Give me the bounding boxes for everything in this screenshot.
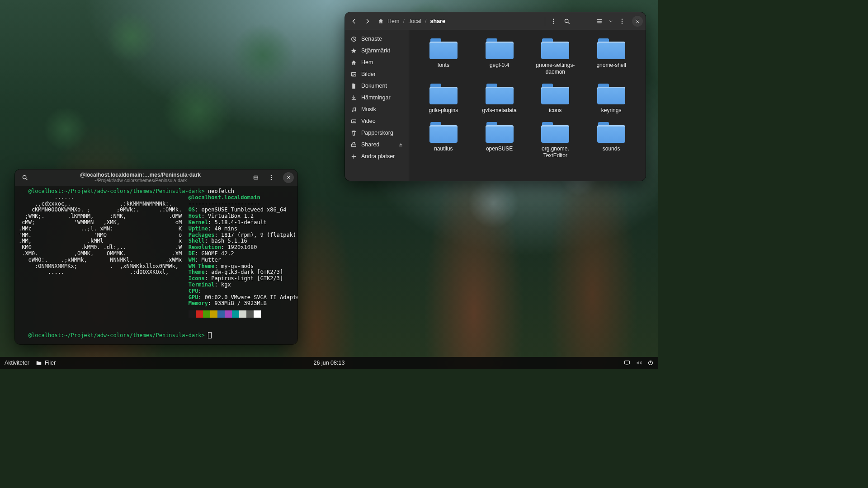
view-list-button[interactable] — [593, 15, 606, 28]
plus-icon — [350, 153, 357, 160]
svg-point-10 — [352, 110, 353, 112]
sidebar-item-hem[interactable]: Hem — [345, 56, 409, 68]
picture-icon — [350, 71, 357, 77]
files-app-icon — [36, 360, 42, 366]
folder-item[interactable]: keyrings — [585, 84, 637, 114]
folder-item[interactable]: sounds — [585, 122, 637, 159]
trash-icon — [350, 130, 357, 136]
svg-point-9 — [352, 73, 353, 74]
svg-point-4 — [622, 19, 623, 19]
folder-icon — [429, 84, 458, 104]
sidebar-item-label: Hämtningar — [361, 94, 391, 101]
video-icon — [350, 118, 357, 124]
folder-label: gnome-settings- daemon — [536, 62, 575, 75]
svg-point-1 — [553, 20, 554, 21]
folder-label: gnome-shell — [596, 62, 626, 69]
sidebar-item-dokument[interactable]: Dokument — [345, 80, 409, 92]
breadcrumb-share[interactable]: share — [429, 17, 447, 25]
terminal-menu-button[interactable] — [265, 171, 278, 184]
screen-icon[interactable] — [624, 360, 630, 366]
sidebar-item-label: Stjärnmärkt — [361, 47, 390, 54]
sidebar-item-label: Musik — [361, 106, 376, 113]
svg-point-0 — [553, 19, 554, 19]
folder-label: grilo-plugins — [429, 107, 458, 114]
svg-point-11 — [354, 110, 356, 111]
sidebar-item-musik[interactable]: Musik — [345, 103, 409, 115]
folder-icon — [486, 84, 514, 104]
sidebar-item-label: Dokument — [361, 83, 387, 89]
clock[interactable]: 26 jun 08:13 — [314, 360, 345, 366]
folder-icon — [486, 122, 514, 143]
folder-item[interactable]: nautilus — [417, 122, 470, 159]
folder-icon — [597, 38, 625, 59]
folder-icon — [541, 84, 569, 104]
sidebar-item-label: Bilder — [361, 71, 376, 77]
nav-forward-button[interactable] — [361, 15, 374, 28]
folder-label: nautilus — [434, 145, 453, 152]
folder-icon — [429, 122, 458, 143]
search-button[interactable] — [561, 15, 573, 28]
sidebar-item-hämtningar[interactable]: Hämtningar — [345, 92, 409, 103]
eject-icon[interactable] — [398, 142, 403, 147]
search-button[interactable] — [19, 171, 31, 184]
sidebar-item-senaste[interactable]: Senaste — [345, 33, 409, 45]
document-icon — [350, 83, 357, 89]
breadcrumb-hem[interactable]: Hem — [386, 17, 401, 25]
folder-icon — [541, 38, 569, 59]
sidebar-item-papperskorg[interactable]: Papperskorg — [345, 127, 409, 139]
svg-point-2 — [553, 23, 554, 23]
nav-back-button[interactable] — [348, 15, 360, 28]
folder-icon — [597, 122, 625, 143]
folder-label: gvfs-metadata — [482, 107, 517, 114]
sidebar-item-bilder[interactable]: Bilder — [345, 68, 409, 80]
sidebar-item-label: Hem — [361, 59, 373, 66]
path-menu-button[interactable] — [547, 15, 560, 28]
hamburger-menu-button[interactable] — [616, 15, 628, 28]
breadcrumb-local[interactable]: .local — [406, 17, 423, 25]
sidebar-item-shared[interactable]: Shared — [345, 139, 409, 150]
terminal-output[interactable]: @localhost:~/Projekt/adw-colors/themes/P… — [15, 186, 297, 344]
sidebar-item-video[interactable]: Video — [345, 115, 409, 127]
activities-button[interactable]: Aktiviteter — [5, 360, 29, 366]
top-panel: Aktiviteter Filer 26 jun 08:13 — [0, 357, 658, 369]
home-icon — [377, 18, 384, 24]
svg-point-18 — [271, 179, 272, 180]
folder-icon — [541, 122, 569, 143]
sidebar-item-stjärnmärkt[interactable]: Stjärnmärkt — [345, 45, 409, 56]
home-icon — [350, 59, 357, 66]
folder-item[interactable]: grilo-plugins — [417, 84, 470, 114]
power-icon[interactable] — [647, 360, 654, 366]
folder-icon — [486, 38, 514, 59]
folder-label: sounds — [603, 145, 620, 152]
breadcrumb: Hem / .local / share — [375, 17, 450, 25]
folder-label: icons — [549, 107, 561, 114]
window-close-button[interactable] — [283, 172, 294, 183]
new-tab-button[interactable] — [250, 171, 262, 184]
window-close-button[interactable] — [632, 16, 643, 27]
folder-label: gegl-0.4 — [490, 62, 509, 69]
folder-item[interactable]: gegl-0.4 — [473, 38, 526, 75]
terminal-title: @localhost.localdomain:…mes/Peninsula-da… — [34, 172, 247, 183]
folder-icon — [597, 84, 625, 104]
sidebar-item-andra-platser[interactable]: Andra platser — [345, 150, 409, 162]
folder-item[interactable]: gvfs-metadata — [473, 84, 526, 114]
folder-item[interactable]: icons — [529, 84, 582, 114]
folder-item[interactable]: gnome-settings- daemon — [529, 38, 582, 75]
volume-muted-icon[interactable] — [636, 360, 642, 366]
active-app-indicator[interactable]: Filer — [36, 360, 56, 366]
view-dropdown-button[interactable] — [607, 15, 615, 28]
sidebar-item-label: Papperskorg — [361, 130, 393, 136]
shared-icon — [350, 141, 357, 148]
clock-icon — [350, 36, 357, 42]
svg-point-5 — [622, 20, 623, 21]
folder-item[interactable]: fonts — [417, 38, 470, 75]
svg-point-6 — [622, 23, 623, 23]
file-manager-sidebar: SenasteStjärnmärktHemBilderDokumentHämtn… — [345, 30, 409, 181]
folder-item[interactable]: openSUSE — [473, 122, 526, 159]
terminal-headerbar: @localhost.localdomain:…mes/Peninsula-da… — [15, 169, 297, 186]
folder-item[interactable]: gnome-shell — [585, 38, 637, 75]
folder-label: org.gnome. TextEditor — [542, 145, 569, 159]
folder-item[interactable]: org.gnome. TextEditor — [529, 122, 582, 159]
svg-point-17 — [271, 177, 272, 178]
sidebar-item-label: Shared — [361, 141, 379, 148]
